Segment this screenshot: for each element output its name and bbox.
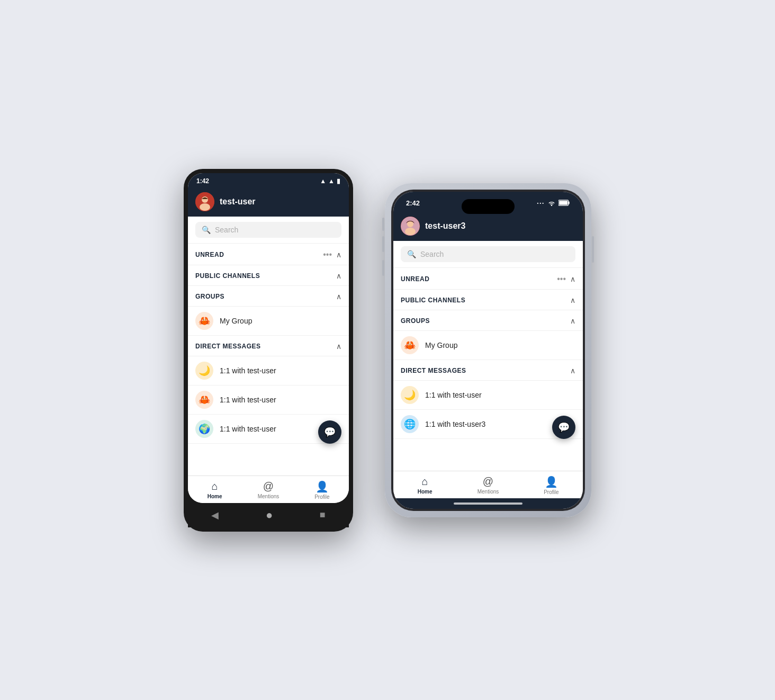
android-unread-label: UNREAD	[195, 251, 224, 258]
ios-home-label: Home	[418, 489, 432, 495]
android-profile-icon: 👤	[316, 480, 329, 493]
ios-group-name-mygroup: My Group	[425, 341, 457, 349]
ios-search-placeholder: Search	[420, 250, 444, 258]
android-dm-name-1: 1:1 with test-user	[220, 396, 276, 404]
battery-icon: ▮	[337, 177, 340, 185]
ios-tab-mentions[interactable]: @ Mentions	[456, 475, 519, 495]
ios-tab-home[interactable]: ⌂ Home	[393, 475, 456, 495]
ios-dm-chevron[interactable]: ∧	[570, 366, 575, 375]
ios-tab-profile[interactable]: 👤 Profile	[520, 475, 583, 495]
ios-dm-avatar-1: 🌐	[401, 415, 419, 433]
ios-groups-chevron[interactable]: ∧	[570, 317, 575, 325]
ios-dynamic-island	[462, 199, 515, 214]
android-username: test-user	[220, 197, 256, 207]
ios-unread-section: UNREAD ••• ∧	[393, 268, 583, 290]
ios-groups-section: GROUPS ∧	[393, 310, 583, 331]
ios-volume-down	[382, 260, 384, 276]
ios-dm-section: DIRECT MESSAGES ∧	[393, 360, 583, 381]
ios-public-channels-chevron[interactable]: ∧	[570, 296, 575, 304]
ios-dm-item-0[interactable]: 🌙 1:1 with test-user	[393, 381, 583, 410]
android-square-button[interactable]: ■	[320, 509, 326, 520]
ios-public-channels-section: PUBLIC CHANNELS ∧	[393, 290, 583, 310]
ios-power-button	[592, 236, 594, 263]
ios-unread-dots[interactable]: •••	[557, 274, 566, 284]
android-home-icon: ⌂	[212, 480, 218, 492]
android-dm-item-1[interactable]: 🦀 1:1 with test-user	[188, 385, 349, 415]
android-app-header: test-user	[188, 187, 349, 217]
android-dm-section: DIRECT MESSAGES ∧	[188, 336, 349, 356]
ios-dm-avatar-0: 🌙	[401, 386, 419, 404]
wifi-icon: ▲	[320, 177, 326, 185]
ios-profile-label: Profile	[544, 489, 558, 495]
ios-dm-controls: ∧	[570, 366, 575, 375]
ios-tab-bar: ⌂ Home @ Mentions 👤 Profile	[393, 471, 583, 498]
ios-group-avatar-mygroup: 🦀	[401, 336, 419, 354]
ios-screen: 2:42 •••	[393, 192, 583, 509]
ios-search-box[interactable]: 🔍 Search	[401, 246, 575, 262]
svg-point-2	[200, 203, 210, 211]
android-dm-name-0: 1:1 with test-user	[220, 366, 276, 375]
ios-dm-name-1: 1:1 with test-user3	[425, 420, 485, 428]
android-time: 1:42	[196, 177, 209, 185]
android-unread-chevron[interactable]: ∧	[336, 250, 341, 259]
android-search-box[interactable]: 🔍 Search	[195, 222, 341, 238]
android-tab-mentions[interactable]: @ Mentions	[241, 480, 295, 499]
svg-rect-5	[559, 201, 567, 205]
android-groups-label: GROUPS	[195, 293, 224, 300]
android-dm-name-2: 1:1 with test-user	[220, 425, 276, 433]
ios-search-icon: 🔍	[407, 250, 416, 258]
ios-fab[interactable]: 💬	[552, 416, 575, 439]
svg-rect-4	[569, 201, 570, 204]
android-tab-home[interactable]: ⌂ Home	[188, 480, 241, 499]
ios-unread-controls: ••• ∧	[557, 274, 575, 284]
android-public-channels-controls: ∧	[336, 272, 341, 280]
android-fab-icon: 💬	[324, 426, 336, 438]
ios-unread-chevron[interactable]: ∧	[570, 275, 575, 283]
android-tab-bar: ⌂ Home @ Mentions 👤 Profile	[188, 475, 349, 503]
ios-silent-switch	[382, 218, 384, 231]
ios-mentions-icon: @	[483, 475, 493, 488]
android-status-bar: 1:42 ▲ ▲ ▮	[188, 173, 349, 187]
android-dm-avatar-0: 🌙	[195, 362, 213, 380]
android-public-channels-label: PUBLIC CHANNELS	[195, 272, 260, 280]
android-home-button[interactable]: ●	[266, 508, 273, 522]
android-dm-controls: ∧	[336, 342, 341, 351]
ios-search-container: 🔍 Search	[393, 241, 583, 268]
ios-volume-up	[382, 236, 384, 252]
ios-status-bar: 2:42 •••	[393, 192, 583, 211]
android-group-item-mygroup[interactable]: 🦀 My Group	[188, 307, 349, 336]
android-phone: 1:42 ▲ ▲ ▮ test-user 🔍 S	[184, 169, 353, 532]
android-tab-profile[interactable]: 👤 Profile	[295, 480, 349, 500]
android-unread-controls: ••• ∧	[323, 250, 341, 259]
android-group-avatar-mygroup: 🦀	[195, 312, 213, 330]
ios-home-indicator	[393, 498, 583, 509]
ios-dots: •••	[537, 201, 545, 205]
ios-public-channels-controls: ∧	[570, 296, 575, 304]
android-dm-chevron[interactable]: ∧	[336, 342, 341, 351]
ios-home-line	[454, 502, 522, 505]
android-public-channels-chevron[interactable]: ∧	[336, 272, 341, 280]
android-dm-label: DIRECT MESSAGES	[195, 343, 261, 350]
ios-time: 2:42	[406, 199, 420, 207]
android-back-button[interactable]: ◀	[211, 509, 219, 521]
android-public-channels-section: PUBLIC CHANNELS ∧	[188, 265, 349, 286]
ios-app-header: test-user3	[393, 211, 583, 241]
android-groups-controls: ∧	[336, 292, 341, 301]
android-fab[interactable]: 💬	[318, 420, 341, 444]
android-groups-section: GROUPS ∧	[188, 286, 349, 307]
android-unread-dots[interactable]: •••	[323, 250, 332, 259]
ios-profile-icon: 👤	[545, 475, 558, 488]
ios-home-icon: ⌂	[422, 475, 428, 488]
ios-dm-label: DIRECT MESSAGES	[401, 367, 466, 374]
ios-user-avatar[interactable]	[401, 217, 420, 236]
android-groups-chevron[interactable]: ∧	[336, 292, 341, 301]
android-dm-item-0[interactable]: 🌙 1:1 with test-user	[188, 356, 349, 385]
ios-battery-icon	[558, 200, 570, 206]
ios-group-item-mygroup[interactable]: 🦀 My Group	[393, 331, 583, 360]
android-user-avatar[interactable]	[195, 192, 214, 211]
ios-username: test-user3	[425, 221, 465, 231]
android-mentions-label: Mentions	[258, 493, 280, 499]
android-unread-section: UNREAD ••• ∧	[188, 244, 349, 265]
signal-icon: ▲	[328, 177, 335, 185]
android-dm-avatar-2: 🌍	[195, 420, 213, 438]
